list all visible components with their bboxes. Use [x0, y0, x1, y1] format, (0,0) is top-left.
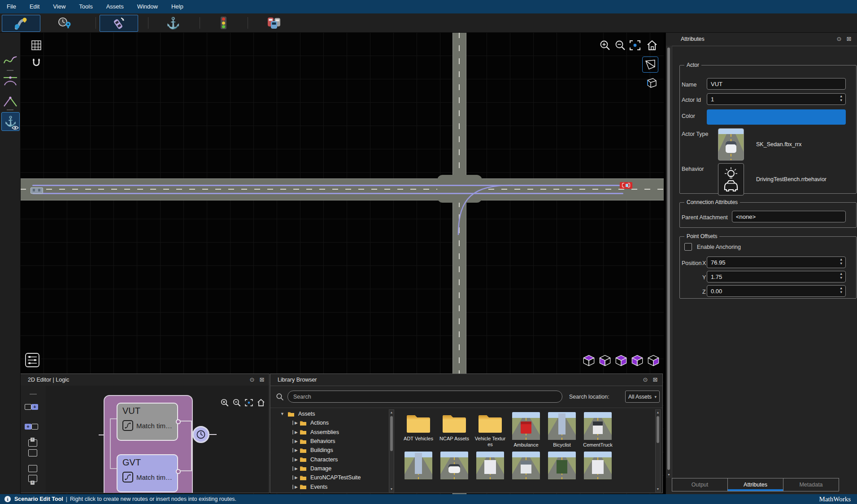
add-child-phase-bottom-button[interactable]: + [26, 464, 40, 484]
route-tool-button[interactable] [2, 15, 40, 32]
graph-zoom-in-button[interactable] [220, 398, 229, 407]
gvt-vehicle-marker-selected[interactable] [620, 182, 632, 189]
output-port[interactable] [176, 469, 181, 474]
scrollbar-thumb[interactable] [390, 416, 393, 451]
add-phase-before-button[interactable]: + [25, 422, 38, 430]
road-horizontal[interactable] [20, 178, 664, 200]
tree-item[interactable]: ▶ [280, 491, 388, 493]
branch-toggle-icon[interactable]: ▶ [292, 448, 300, 452]
scrollbar-thumb[interactable] [667, 48, 670, 470]
signal-tool-button[interactable] [205, 15, 241, 31]
camera-2d-view-button-selected[interactable] [642, 56, 658, 73]
arc-tool-button[interactable] [2, 74, 18, 86]
asset-thumbnail[interactable]: NCAP Assets [436, 409, 472, 448]
logic-graph-canvas[interactable]: VUT Match tim… GVT [46, 386, 269, 493]
view-cube-button[interactable] [614, 354, 628, 367]
menu-item[interactable]: File [0, 0, 23, 13]
panel-tab[interactable]: Metadata [783, 478, 839, 491]
branch-toggle-icon[interactable]: ▶ [292, 430, 300, 434]
branch-toggle-icon[interactable]: ▶ [292, 485, 300, 489]
tree-item[interactable]: ▶ Assemblies [280, 428, 388, 437]
spinner-arrows[interactable]: ▲▼ [840, 287, 843, 294]
position-x-field[interactable] [707, 256, 846, 268]
menu-item[interactable]: Assets [100, 0, 131, 13]
asset-thumbnail[interactable]: Bicyclist [544, 409, 580, 448]
branch-toggle-icon[interactable]: ▶ [292, 475, 300, 480]
library-search-box[interactable] [287, 391, 562, 403]
route-path-vut[interactable] [32, 185, 620, 186]
snap-toggle-button[interactable] [31, 57, 42, 68]
asset-thumbnail[interactable] [580, 449, 616, 487]
scroll-down-icon[interactable]: ▼ [666, 473, 672, 477]
close-panel-icon[interactable]: ⊠ [652, 376, 659, 383]
view-cube-button[interactable] [647, 354, 660, 367]
tree-item[interactable]: ▶ Buildings [280, 446, 388, 455]
attributes-scrollbar[interactable]: ▼ [666, 46, 672, 478]
route-path-gvt[interactable] [32, 193, 623, 194]
parent-attachment-field[interactable] [732, 211, 846, 222]
panel-tab[interactable]: Attributes [727, 478, 783, 491]
frame-selected-button[interactable] [629, 39, 641, 52]
menu-item[interactable]: Help [165, 0, 190, 13]
scroll-down-icon[interactable]: ▼ [389, 487, 394, 491]
enable-anchoring-checkbox[interactable] [684, 243, 692, 251]
anchor-edit-tool-button-selected[interactable]: ⚓ [1, 112, 20, 131]
menu-item[interactable]: View [46, 0, 72, 13]
thumbnails-scrollbar[interactable]: ▲ ▼ [655, 409, 661, 492]
name-field[interactable] [707, 78, 846, 90]
branch-toggle-icon[interactable]: ▶ [292, 421, 300, 425]
view-cube-button[interactable] [598, 354, 612, 367]
scroll-up-icon[interactable]: ▲ [389, 410, 394, 415]
branch-toggle-icon[interactable]: ▶ [292, 466, 300, 471]
float-panel-icon[interactable]: ⊙ [835, 35, 843, 43]
attributes-panel-header[interactable]: Attributes ⊙ ⊠ [672, 32, 857, 46]
library-browser-header[interactable]: Library Browser ⊙ ⊠ [270, 374, 662, 386]
zoom-out-button[interactable] [614, 39, 626, 51]
spinner-arrows[interactable]: ▲▼ [840, 272, 843, 280]
camera-3d-view-button[interactable] [643, 75, 658, 90]
asset-thumbnail[interactable]: Ambulance [508, 409, 544, 448]
asset-thumbnail[interactable]: CementTruck [580, 409, 616, 448]
position-y-field[interactable] [707, 271, 846, 282]
vut-vehicle-marker[interactable] [30, 187, 43, 194]
actor-id-field[interactable] [707, 93, 846, 105]
asset-thumbnail[interactable] [472, 449, 508, 487]
vehicle-rotate-tool-button[interactable] [100, 15, 138, 32]
tree-item[interactable]: ▶ Actions [280, 418, 388, 427]
graph-frame-button[interactable] [244, 398, 253, 407]
tree-item[interactable]: ▶ Damage [280, 464, 388, 473]
view-cube-button[interactable] [631, 354, 644, 367]
graph-home-button[interactable] [257, 398, 265, 407]
asset-thumbnail[interactable]: Vehicle Textures [472, 409, 508, 448]
branch-toggle-icon[interactable]: ▼ [280, 412, 287, 416]
view-cube-button[interactable] [582, 354, 596, 367]
scroll-down-icon[interactable]: ▼ [656, 487, 660, 491]
asset-thumbnail[interactable] [508, 449, 544, 487]
spinner-arrows[interactable]: ▲▼ [840, 258, 843, 265]
close-panel-icon[interactable]: ⊠ [845, 35, 853, 43]
graph-zoom-out-button[interactable] [232, 398, 241, 407]
library-search-input[interactable] [292, 393, 557, 400]
menu-item[interactable]: Window [131, 0, 165, 13]
timing-tool-button[interactable] [45, 15, 83, 31]
float-panel-icon[interactable]: ⊙ [642, 376, 649, 383]
scrollbar-thumb[interactable] [657, 416, 659, 443]
add-phase-after-button[interactable]: + [25, 403, 38, 411]
actor-phase-node[interactable]: VUT Match tim… [117, 403, 178, 441]
road-junction[interactable] [437, 175, 482, 203]
actor-type-thumbnail[interactable] [718, 128, 744, 161]
position-z-field[interactable] [707, 285, 846, 297]
panel-tab[interactable]: Output [672, 478, 728, 491]
display-options-button[interactable] [25, 352, 40, 368]
behavior-thumbnail[interactable] [718, 163, 744, 196]
spinner-arrows[interactable]: ▲▼ [840, 95, 843, 102]
asset-thumbnail[interactable] [436, 449, 472, 487]
serial-phase-container[interactable]: VUT Match tim… GVT [104, 395, 193, 493]
anchor-tool-toolbar-button[interactable]: ⚓ [154, 15, 192, 31]
tree-item[interactable]: ▶ EuroNCAPTestSuite [280, 473, 388, 482]
zoom-in-button[interactable] [599, 39, 611, 51]
menu-item[interactable]: Edit [23, 0, 46, 13]
actor-color-swatch[interactable] [707, 109, 846, 125]
search-location-dropdown[interactable]: All Assets ▾ [625, 391, 660, 403]
2d-editor-header[interactable]: 2D Editor | Logic ⊙ ⊠ [21, 374, 269, 386]
